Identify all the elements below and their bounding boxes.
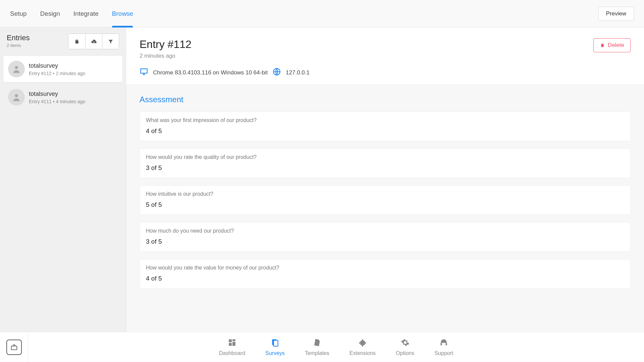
entry-title: Entry #112 bbox=[140, 38, 310, 51]
preview-button[interactable]: Preview bbox=[598, 7, 634, 21]
question-text: How intuitive is our product? bbox=[146, 191, 624, 197]
entry-meta: Entry #111 • 4 minutes ago bbox=[29, 99, 85, 104]
answer-text: 3 of 5 bbox=[146, 164, 624, 172]
answer-text: 4 of 5 bbox=[146, 127, 624, 135]
tab-setup[interactable]: Setup bbox=[10, 0, 27, 27]
entry-browser: Chrome 83.0.4103.116 on Windows 10 64-bi… bbox=[153, 69, 268, 76]
extensions-icon bbox=[358, 338, 367, 348]
svg-rect-3 bbox=[11, 346, 17, 350]
cloud-download-icon bbox=[91, 39, 97, 45]
avatar bbox=[8, 61, 25, 77]
trash-out-icon bbox=[74, 39, 80, 45]
avatar bbox=[8, 89, 25, 106]
svg-rect-5 bbox=[232, 339, 235, 341]
svg-rect-4 bbox=[229, 339, 232, 342]
entries-title: Entries bbox=[7, 34, 30, 42]
answer-text: 3 of 5 bbox=[146, 238, 624, 245]
nav-surveys[interactable]: Surveys bbox=[265, 338, 285, 356]
globe-icon bbox=[272, 67, 281, 78]
question-text: What was your first impression of our pr… bbox=[146, 117, 624, 123]
question-card: What was your first impression of our pr… bbox=[140, 112, 631, 141]
delete-button[interactable]: Delete bbox=[593, 38, 631, 52]
nav-options[interactable]: Options bbox=[396, 338, 414, 356]
entry-ip: 127.0.0.1 bbox=[286, 69, 310, 76]
svg-point-1 bbox=[15, 94, 18, 97]
export-button[interactable] bbox=[85, 34, 102, 49]
top-bar: SetupDesignIntegrateBrowse Preview bbox=[0, 0, 644, 27]
entry-item[interactable]: totalsurveyEntry #111 • 4 minutes ago bbox=[3, 84, 122, 110]
options-icon bbox=[401, 338, 410, 348]
tab-browse[interactable]: Browse bbox=[112, 0, 133, 27]
svg-point-0 bbox=[15, 66, 18, 69]
filter-button[interactable] bbox=[102, 34, 119, 49]
nav-extensions[interactable]: Extensions bbox=[350, 338, 376, 356]
entry-time: 2 minutes ago bbox=[140, 53, 310, 59]
entry-meta: Entry #112 • 2 minutes ago bbox=[29, 71, 85, 76]
question-card: How would you rate the quality of our pr… bbox=[140, 148, 631, 178]
question-card: How intuitive is our product?5 of 5 bbox=[140, 185, 631, 215]
nav-dashboard[interactable]: Dashboard bbox=[219, 338, 245, 356]
briefcase-button[interactable] bbox=[6, 340, 22, 355]
question-text: How would you rate the value for money o… bbox=[146, 265, 624, 271]
nav-label: Surveys bbox=[265, 350, 285, 356]
svg-rect-6 bbox=[232, 342, 235, 346]
nav-label: Extensions bbox=[350, 350, 376, 356]
question-text: How would you rate the quality of our pr… bbox=[146, 154, 624, 160]
nav-support[interactable]: Support bbox=[434, 338, 453, 356]
dashboard-icon bbox=[228, 338, 236, 348]
question-text: How much do you need our product? bbox=[146, 228, 624, 234]
bottom-bar: DashboardSurveysTemplatesExtensionsOptio… bbox=[0, 332, 644, 362]
nav-label: Dashboard bbox=[219, 350, 245, 356]
section-title: Assessment bbox=[140, 95, 631, 104]
answer-text: 4 of 5 bbox=[146, 275, 624, 282]
filter-icon bbox=[108, 39, 114, 45]
svg-rect-10 bbox=[440, 343, 442, 346]
nav-label: Support bbox=[434, 350, 453, 356]
nav-templates[interactable]: Templates bbox=[305, 338, 329, 356]
monitor-icon bbox=[140, 67, 148, 78]
nav-label: Options bbox=[396, 350, 414, 356]
trash-icon bbox=[600, 43, 605, 48]
answer-text: 5 of 5 bbox=[146, 201, 624, 208]
svg-rect-11 bbox=[446, 343, 447, 346]
support-icon bbox=[439, 338, 448, 348]
svg-rect-9 bbox=[274, 340, 278, 346]
entry-detail: Entry #112 2 minutes ago Chrome 83.0.410… bbox=[126, 27, 644, 332]
tab-design[interactable]: Design bbox=[40, 0, 60, 27]
entry-item[interactable]: totalsurveyEntry #112 • 2 minutes ago bbox=[3, 56, 122, 82]
entry-user: totalsurvey bbox=[29, 62, 85, 69]
nav-label: Templates bbox=[305, 350, 329, 356]
question-card: How much do you need our product?3 of 5 bbox=[140, 222, 631, 252]
entries-sidebar: Entries 2 Items Reset survey totalsurvey… bbox=[0, 27, 126, 332]
question-card: How would you rate the value for money o… bbox=[140, 259, 631, 289]
reset-survey-button[interactable] bbox=[68, 34, 85, 49]
delete-label: Delete bbox=[608, 42, 624, 49]
templates-icon bbox=[313, 338, 321, 348]
entries-toolbar: Reset survey bbox=[68, 34, 119, 49]
svg-rect-7 bbox=[229, 343, 232, 346]
entry-user: totalsurvey bbox=[29, 90, 85, 98]
briefcase-icon bbox=[10, 344, 18, 351]
surveys-icon bbox=[271, 338, 279, 348]
entries-count: 2 Items bbox=[7, 43, 30, 48]
tab-integrate[interactable]: Integrate bbox=[73, 0, 99, 27]
